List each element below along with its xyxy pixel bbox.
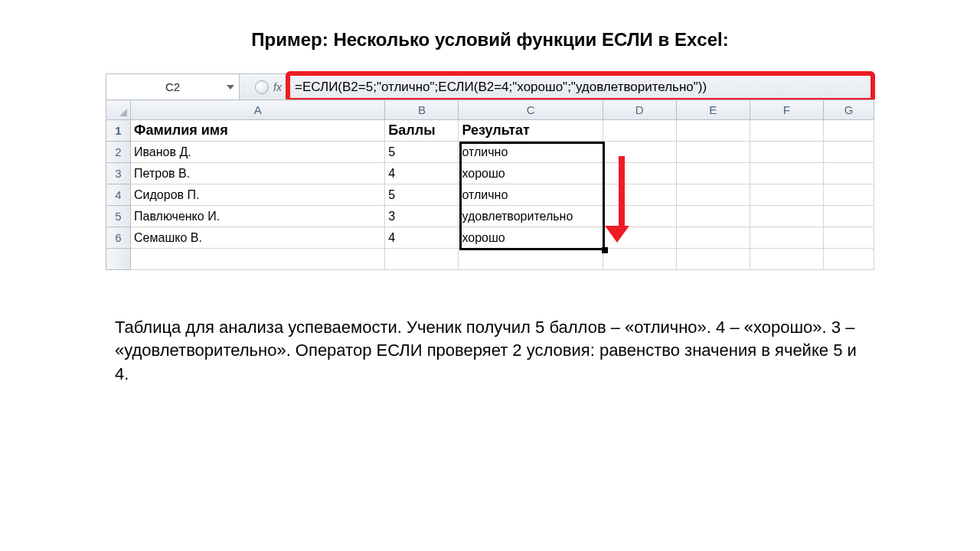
cell-C5[interactable]: удовлетворительно <box>459 206 603 227</box>
row-header-7[interactable] <box>106 249 131 270</box>
cell-G1[interactable] <box>823 120 874 142</box>
cell-C7[interactable] <box>459 249 603 270</box>
cell-F6[interactable] <box>750 227 823 249</box>
dropdown-icon[interactable] <box>227 85 234 90</box>
cell-A5[interactable]: Павлюченко И. <box>131 206 385 227</box>
fx-button-area: fx <box>240 74 287 99</box>
cell-E7[interactable] <box>676 249 750 270</box>
cell-A1[interactable]: Фамилия имя <box>131 120 385 142</box>
cell-C6[interactable]: хорошо <box>459 227 603 249</box>
cell-E4[interactable] <box>676 184 750 206</box>
formula-text: =ЕСЛИ(B2=5;"отлично";ЕСЛИ(B2=4;"хорошо";… <box>287 80 707 95</box>
cell-B1[interactable]: Баллы <box>385 120 459 142</box>
cell-F5[interactable] <box>750 206 823 227</box>
cell-F7[interactable] <box>750 249 823 270</box>
description-text: Таблица для анализа успеваемости. Ученик… <box>107 316 873 386</box>
cancel-circle-icon[interactable] <box>255 80 269 94</box>
spreadsheet-grid[interactable]: A B C D E F G 1 Фамилия имя Баллы Резуль… <box>106 99 874 270</box>
cell-G3[interactable] <box>823 163 874 184</box>
cell-D6[interactable] <box>603 227 676 249</box>
cell-B2[interactable]: 5 <box>385 142 459 163</box>
cell-D7[interactable] <box>603 249 676 270</box>
formula-input[interactable]: =ЕСЛИ(B2=5;"отлично";ЕСЛИ(B2=4;"хорошо";… <box>287 74 874 99</box>
cell-B6[interactable]: 4 <box>385 227 459 249</box>
cell-B4[interactable]: 5 <box>385 184 459 206</box>
row-header-2[interactable]: 2 <box>106 142 131 163</box>
row-header-1[interactable]: 1 <box>106 120 131 142</box>
cell-A4[interactable]: Сидоров П. <box>131 184 385 206</box>
cell-D4[interactable] <box>603 184 676 206</box>
cell-E5[interactable] <box>676 206 750 227</box>
cell-F1[interactable] <box>750 120 823 142</box>
cell-A6[interactable]: Семашко В. <box>131 227 385 249</box>
cell-D5[interactable] <box>603 206 676 227</box>
col-header-F[interactable]: F <box>750 100 823 120</box>
cell-F3[interactable] <box>750 163 823 184</box>
cell-B3[interactable]: 4 <box>385 163 459 184</box>
col-header-D[interactable]: D <box>603 100 676 120</box>
cell-E6[interactable] <box>676 227 750 249</box>
select-all-corner[interactable] <box>106 100 131 120</box>
cell-D1[interactable] <box>603 120 676 142</box>
cell-A7[interactable] <box>131 249 385 270</box>
cell-G5[interactable] <box>823 206 874 227</box>
name-box[interactable]: C2 <box>106 74 240 99</box>
cell-E1[interactable] <box>676 120 750 142</box>
cell-C3[interactable]: хорошо <box>459 163 603 184</box>
cell-D2[interactable] <box>603 142 676 163</box>
slide-title: Пример: Несколько условий функции ЕСЛИ в… <box>0 0 980 73</box>
col-header-G[interactable]: G <box>823 100 874 120</box>
cell-C1[interactable]: Результат <box>459 120 603 142</box>
cell-E3[interactable] <box>676 163 750 184</box>
col-header-C[interactable]: C <box>459 100 603 120</box>
cell-C4[interactable]: отлично <box>459 184 603 206</box>
cell-A3[interactable]: Петров В. <box>131 163 385 184</box>
cell-C2[interactable]: отлично <box>459 142 603 163</box>
cell-G2[interactable] <box>823 142 874 163</box>
row-header-3[interactable]: 3 <box>106 163 131 184</box>
col-header-B[interactable]: B <box>385 100 459 120</box>
spreadsheet-area: C2 fx =ЕСЛИ(B2=5;"отлично";ЕСЛИ(B2=4;"хо… <box>106 73 874 270</box>
formula-bar: C2 fx =ЕСЛИ(B2=5;"отлично";ЕСЛИ(B2=4;"хо… <box>106 73 874 99</box>
cell-A2[interactable]: Иванов Д. <box>131 142 385 163</box>
cell-F2[interactable] <box>750 142 823 163</box>
cell-B7[interactable] <box>385 249 459 270</box>
col-header-E[interactable]: E <box>676 100 750 120</box>
row-header-5[interactable]: 5 <box>106 206 131 227</box>
cell-G6[interactable] <box>823 227 874 249</box>
cell-reference: C2 <box>165 80 180 93</box>
row-header-4[interactable]: 4 <box>106 184 131 206</box>
cell-F4[interactable] <box>750 184 823 206</box>
cell-D3[interactable] <box>603 163 676 184</box>
cell-G7[interactable] <box>823 249 874 270</box>
cell-G4[interactable] <box>823 184 874 206</box>
cell-E2[interactable] <box>676 142 750 163</box>
fx-button[interactable]: fx <box>273 81 282 93</box>
col-header-A[interactable]: A <box>131 100 385 120</box>
cell-B5[interactable]: 3 <box>385 206 459 227</box>
row-header-6[interactable]: 6 <box>106 227 131 249</box>
